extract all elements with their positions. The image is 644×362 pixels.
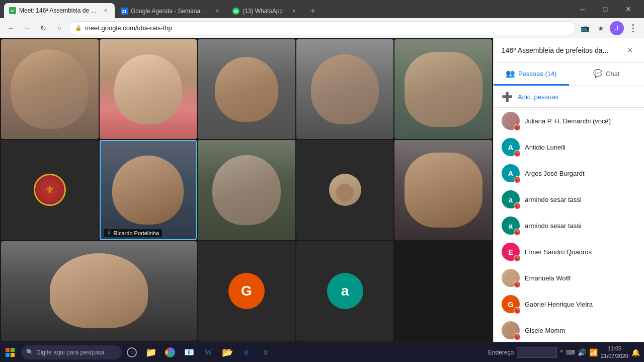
taskbar-chrome[interactable] [161,343,179,361]
people-icon: 👥 [506,69,515,78]
tab-close-calendar[interactable]: × [213,7,221,15]
participant-name-argos: Argos José Burgardt [525,170,636,177]
face-silhouette-8 [212,155,281,225]
tab-close-whatsapp[interactable]: × [290,7,298,15]
taskbar-explorer[interactable]: 📂 [218,343,236,361]
tab-chat-label: Chat [606,70,619,78]
mute-badge-antidio: 🎤 [514,150,521,157]
taskbar-network-icon[interactable]: 📶 [589,348,598,356]
participant-name-juliana: Juliana P. H. Demarchi (você) [525,117,636,125]
forward-button[interactable]: → [20,21,34,35]
taskbar-notification[interactable]: 🔔 [631,348,640,356]
search-placeholder: Digite aqui para pesquisa [36,349,104,356]
profile-avatar[interactable]: J [610,21,624,35]
start-button[interactable] [0,342,20,363]
taskbar-time: 11:05 21/07/2020 [601,345,628,359]
taskbar-cortana[interactable]: ○ [123,343,141,361]
new-tab-button[interactable]: + [306,4,320,18]
video-grid: ⚜ 🎙 Ricardo Portelinha [0,38,493,342]
panel-title: 146ª Assembleia de prefeitos da... [502,46,608,54]
participant-name-armindo2: armindo sesar tassi [525,222,636,230]
chat-icon: 💬 [593,69,603,78]
taskbar-files[interactable]: 📁 [142,343,160,361]
participant-name-antidio: Antidio Lunelli [525,143,636,151]
avatar-a-teal: a [327,273,363,309]
face-silhouette-11 [50,253,148,328]
tab-meet[interactable]: M Meet: 146ª Assembleia de p... × [4,3,115,18]
taskbar-word[interactable]: W [199,343,217,361]
participant-emanuela[interactable]: 🎤 Emanuela Wolff [494,265,644,291]
taskbar-speaker-icon[interactable]: 🔊 [578,348,586,356]
participant-argos[interactable]: A 🎤 Argos José Burgardt [494,160,644,186]
tab-chat[interactable]: 💬 Chat [569,63,645,86]
avatar-wrapper-gabriel: G 🎤 [502,295,520,313]
mute-badge-armindo2: 🎤 [514,229,521,236]
bookmark-icon[interactable]: ★ [594,21,608,35]
face-silhouette-4 [311,54,379,124]
panel-close-button[interactable]: × [624,44,636,56]
cast-icon[interactable]: 📺 [578,21,592,35]
participant-armindo2[interactable]: a 🎤 armindo sesar tassi [494,212,644,239]
add-people-button[interactable]: ➕ Adic. pessoas [494,86,644,108]
video-cell-14-empty [394,241,492,341]
toolbar: ← → ↻ ⌂ 🔒 meet.google.com/uba-rais-thp 📺… [0,18,644,38]
taskbar-outlook[interactable]: 📧 [180,343,198,361]
participant-antidio[interactable]: A 🎤 Antidio Lunelli [494,134,644,160]
clock-date: 21/07/2020 [601,352,628,359]
participant-gisele[interactable]: 🎤 Gisele Momm [494,317,644,342]
avatar-wrapper-juliana: 🎤 [502,112,520,130]
panel-tabs: 👥 Pessoas (14) 💬 Chat [494,63,644,86]
close-window-button[interactable]: × [617,0,640,18]
participant-name-gisele: Gisele Momm [525,327,636,334]
maximize-button[interactable]: □ [594,0,617,18]
avatar-wrapper-elmer: E 🎤 [502,243,520,261]
cell-label-ricardo: 🎙 Ricardo Portelinha [104,229,163,237]
search-bar[interactable]: 🔍 Digite aqui para pesquisa [21,345,122,359]
clock-time: 11:05 [601,345,628,352]
mute-badge-armindo1: 🎤 [514,202,521,209]
speaking-icon: 🎙 [107,230,112,236]
avatar-wrapper-armindo2: a 🎤 [502,216,520,235]
tab-bar: M Meet: 146ª Assembleia de p... × 21 Goo… [0,0,644,18]
tab-people[interactable]: 👥 Pessoas (14) [494,63,569,86]
cell-label-text-7: Ricardo Portelinha [114,230,159,236]
tab-whatsapp[interactable]: W (13) WhatsApp × [227,4,303,18]
mute-badge-argos: 🎤 [514,176,521,183]
tab-favicon-meet: M [9,7,16,14]
windows-logo-icon [6,348,15,357]
tab-calendar[interactable]: 21 Google Agenda - Semana de 19... × [116,4,226,18]
address-dropdown[interactable] [517,347,557,358]
reload-button[interactable]: ↻ [36,21,50,35]
participant-gabriel[interactable]: G 🎤 Gabriel Henrique Vieira [494,291,644,317]
face-silhouette-2 [114,54,183,124]
search-icon: 🔍 [26,349,33,355]
participant-juliana[interactable]: 🎤 Juliana P. H. Demarchi (você) [494,108,644,134]
video-cell-6-logo: ⚜ [1,140,99,240]
avatar-wrapper-antidio: A 🎤 [502,138,520,156]
mute-badge-elmer: 🎤 [514,255,521,262]
video-cell-12: G [198,241,295,341]
more-options-icon[interactable]: ⋮ [626,21,640,35]
taskbar-excel[interactable]: X [257,343,275,361]
participant-elmer[interactable]: E 🎤 Elmer Sandro Quadros [494,239,644,265]
svg-rect-0 [6,348,10,352]
taskbar-edge[interactable]: e [237,343,256,361]
video-cell-5 [394,39,492,139]
address-text: meet.google.com/uba-rais-thp [85,24,172,32]
tab-close-meet[interactable]: × [102,7,110,15]
taskbar-keyboard-icon: ⌨ [566,349,575,356]
video-cell-9 [296,140,394,240]
home-button[interactable]: ⌂ [52,21,66,35]
taskbar-address-label: Endereço [488,349,514,356]
participant-armindo1[interactable]: a 🎤 armindo sesar tassi [494,186,644,212]
address-bar[interactable]: 🔒 meet.google.com/uba-rais-thp [68,21,576,35]
face-silhouette-10 [405,153,482,228]
back-button[interactable]: ← [4,21,18,35]
add-person-icon: ➕ [502,91,513,102]
video-cell-4 [296,39,394,139]
avatar-wrapper-emanuela: 🎤 [502,269,520,287]
minimize-button[interactable]: – [571,0,594,18]
avatar-wrapper-argos: A 🎤 [502,164,520,182]
add-people-label: Adic. pessoas [518,93,558,101]
taskbar-hidden-icons[interactable]: ^ [560,349,563,356]
